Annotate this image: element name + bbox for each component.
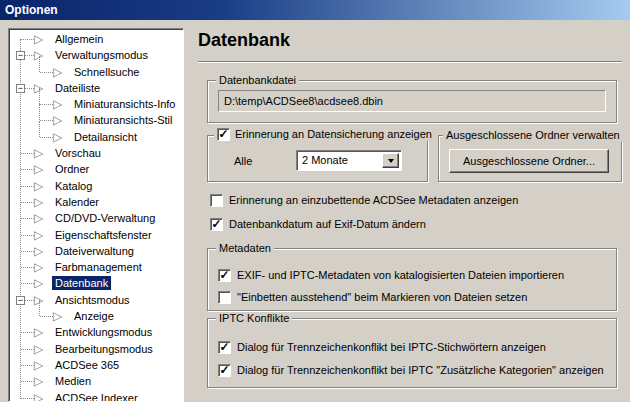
item-arrow-icon: ▷ xyxy=(34,211,43,225)
exif-date-checkbox[interactable]: ✓ xyxy=(210,218,223,231)
tree-item-ansichtsmodus[interactable]: −▷Ansichtsmodus xyxy=(9,292,183,308)
tree-connector xyxy=(21,381,34,382)
backup-reminder-legend: ✓ Erinnerung an Datensicherung anzeigen xyxy=(214,128,435,141)
window-titlebar[interactable]: Optionen xyxy=(0,0,630,20)
item-arrow-icon: ▷ xyxy=(34,244,43,258)
tree-item-schnellsuche[interactable]: ▷Schnellsuche xyxy=(9,64,183,80)
checkbox-row: ✓Dialog für Trennzeichenkonflikt bei IPT… xyxy=(218,340,616,355)
item-arrow-icon: ▷ xyxy=(34,260,43,274)
tree-item-eigenschaftsfenster[interactable]: ▷Eigenschaftsfenster xyxy=(9,227,183,243)
tree-connector xyxy=(40,104,53,105)
tree-item-medien[interactable]: ▷Medien xyxy=(9,373,183,389)
tree-item-miniaturansichts-info[interactable]: ▷Miniaturansichts-Info xyxy=(9,96,183,112)
item-arrow-icon: ▷ xyxy=(53,309,62,323)
tree-item-ordner[interactable]: ▷Ordner xyxy=(9,161,183,177)
tree-item-allgemein[interactable]: ▷Allgemein xyxy=(9,31,183,47)
page-title: Datenbank xyxy=(198,30,290,51)
checkbox-row: ✓Dialog für Trennzeichenkonflikt bei IPT… xyxy=(218,363,616,378)
iptc-conflicts-group: IPTC Konflikte ✓Dialog für Trennzeichenk… xyxy=(207,318,617,388)
tree-item-entwicklungsmodus[interactable]: ▷Entwicklungsmodus xyxy=(9,324,183,340)
checkbox-label: "Einbetten ausstehend" beim Markieren vo… xyxy=(237,291,527,304)
tree-connector xyxy=(21,283,34,284)
tree-item-detailansicht[interactable]: ▷Detailansicht xyxy=(9,129,183,145)
tree-item-acdsee-365[interactable]: ▷ACDSee 365 xyxy=(9,357,183,373)
tree-connector xyxy=(21,267,34,268)
item-arrow-icon: ▷ xyxy=(34,342,43,356)
tree-item-label: Ordner xyxy=(52,162,92,176)
tree-item-label: ACDSee 365 xyxy=(52,358,122,372)
tree-item-label: Katalog xyxy=(52,179,95,193)
item-arrow-icon: ▷ xyxy=(34,162,43,176)
tree-item-label: CD/DVD-Verwaltung xyxy=(52,211,158,225)
expander-minus-icon[interactable]: − xyxy=(16,51,25,60)
tree-connector xyxy=(21,39,34,40)
checkbox[interactable]: ✓ xyxy=(218,341,231,354)
tree-item-acdsee-indexer[interactable]: ▷ACDSee Indexer xyxy=(9,390,183,402)
checkbox[interactable]: ✓ xyxy=(218,364,231,377)
tree-connector xyxy=(21,218,34,219)
checkbox-row: Erinnerung an einzubettende ACDSee Metad… xyxy=(210,193,518,208)
metadata-checkbox-list: ✓EXIF- und IPTC-Metadaten von katalogisi… xyxy=(208,268,616,305)
options-dialog: Optionen ▷Allgemein−▷Verwaltungsmodus▷Sc… xyxy=(0,0,630,402)
exif-date-label: Datenbankdatum auf Exif-Datum ändern xyxy=(229,218,426,231)
item-arrow-icon: ▷ xyxy=(34,32,43,46)
backup-reminder-checkbox[interactable]: ✓ xyxy=(217,128,230,141)
tree-item-anzeige[interactable]: ▷Anzeige xyxy=(9,308,183,324)
interval-label: Alle xyxy=(234,155,252,167)
tree-connector xyxy=(21,332,34,333)
tree-item-label: Vorschau xyxy=(52,146,104,160)
backup-interval-value: 2 Monate xyxy=(302,154,348,166)
tree-item-label: Medien xyxy=(52,374,94,388)
tree-item-bearbeitungsmodus[interactable]: ▷Bearbeitungsmodus xyxy=(9,341,183,357)
combobox-dropdown-button[interactable] xyxy=(382,153,399,168)
tree-connector xyxy=(21,251,34,252)
excluded-folders-group: Ausgeschlossene Ordner verwalten Ausgesc… xyxy=(438,135,622,182)
backup-interval-combobox[interactable]: 2 Monate xyxy=(296,150,402,171)
item-arrow-icon: ▷ xyxy=(53,65,62,79)
database-file-group-label: Datenbankdatei xyxy=(216,74,299,87)
tree-connector xyxy=(21,365,34,366)
tree-item-label: Dateiliste xyxy=(52,81,103,95)
checkbox[interactable] xyxy=(218,291,231,304)
tree-item-label: Detailansicht xyxy=(71,130,140,144)
checkbox-row: ✓EXIF- und IPTC-Metadaten von katalogisi… xyxy=(218,268,616,283)
embed-reminder-checkbox[interactable] xyxy=(210,194,223,207)
backup-reminder-label: Erinnerung an Datensicherung anzeigen xyxy=(235,128,432,141)
tree-item-katalog[interactable]: ▷Katalog xyxy=(9,178,183,194)
tree-connector xyxy=(21,398,34,399)
tree-item-label: Verwaltungsmodus xyxy=(52,48,151,62)
tree-item-miniaturansichts-stil[interactable]: ▷Miniaturansichts-Stil xyxy=(9,112,183,128)
iptc-checkbox-list: ✓Dialog für Trennzeichenkonflikt bei IPT… xyxy=(208,340,616,378)
tree-item-cd-dvd-verwaltung[interactable]: ▷CD/DVD-Verwaltung xyxy=(9,210,183,226)
item-arrow-icon: ▷ xyxy=(34,179,43,193)
tree-item-farbmanagement[interactable]: ▷Farbmanagement xyxy=(9,259,183,275)
checkbox-label: Dialog für Trennzeichenkonflikt bei IPTC… xyxy=(237,341,546,354)
backup-reminder-group: ✓ Erinnerung an Datensicherung anzeigen … xyxy=(207,135,428,182)
checkbox[interactable]: ✓ xyxy=(218,269,231,282)
item-arrow-icon: ▷ xyxy=(53,113,62,127)
tree-item-vorschau[interactable]: ▷Vorschau xyxy=(9,145,183,161)
checkbox-label: Dialog für Trennzeichenkonflikt bei IPTC… xyxy=(237,364,604,377)
metadata-group: Metadaten ✓EXIF- und IPTC-Metadaten von … xyxy=(207,248,617,311)
tree-item-datenbank[interactable]: ▷Datenbank xyxy=(9,275,183,291)
tree-item-label: Miniaturansichts-Info xyxy=(71,97,179,111)
tree-connector xyxy=(21,186,34,187)
excluded-folders-group-label: Ausgeschlossene Ordner verwalten xyxy=(443,129,623,142)
expander-minus-icon[interactable]: − xyxy=(16,296,25,305)
expander-minus-icon[interactable]: − xyxy=(16,84,25,93)
tree-item-label: ACDSee Indexer xyxy=(52,391,141,402)
tree-item-label: Bearbeitungsmodus xyxy=(52,342,156,356)
item-arrow-icon: ▷ xyxy=(53,130,62,144)
tree-item-verwaltungsmodus[interactable]: −▷Verwaltungsmodus xyxy=(9,47,183,63)
tree-item-dateiliste[interactable]: −▷Dateiliste xyxy=(9,80,183,96)
tree-item-dateiverwaltung[interactable]: ▷Dateiverwaltung xyxy=(9,243,183,259)
tree-item-kalender[interactable]: ▷Kalender xyxy=(9,194,183,210)
tree-item-label: Eigenschaftsfenster xyxy=(52,228,155,242)
item-arrow-icon: ▷ xyxy=(34,195,43,209)
database-file-group: Datenbankdatei D:\temp\ACDSee8\acdsee8.d… xyxy=(207,80,617,123)
title-separator xyxy=(198,61,622,62)
tree-item-label: Ansichtsmodus xyxy=(52,293,133,307)
tree-item-label: Schnellsuche xyxy=(71,65,142,79)
excluded-folders-button[interactable]: Ausgeschlossene Ordner... xyxy=(449,149,609,173)
database-file-field[interactable]: D:\temp\ACDSee8\acdsee8.dbin xyxy=(218,90,606,112)
